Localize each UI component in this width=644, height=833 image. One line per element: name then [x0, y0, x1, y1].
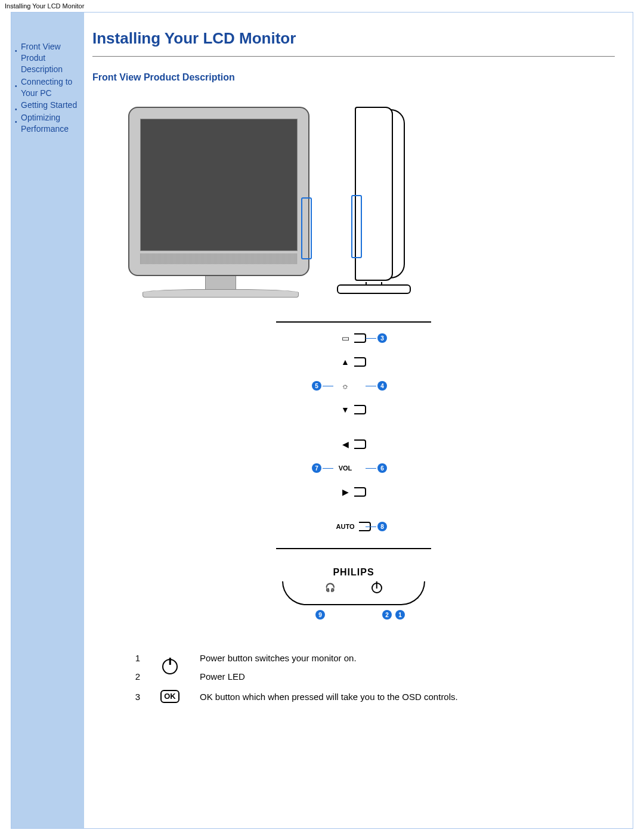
volume-button-row: 7 VOL 6	[276, 459, 431, 478]
callout-9: 9	[315, 610, 325, 620]
legend-row: 1 Power button switches your monitor on.	[120, 649, 466, 667]
button-strip-diagram: ▭ 3 ▲ 5 ☼ 4 ▼ ◀	[276, 321, 431, 549]
power-icon	[371, 583, 382, 595]
legend-row: 3 OK OK button which when pressed will t…	[120, 686, 466, 707]
power-icon	[162, 659, 178, 674]
up-arrow-icon: ▲	[341, 357, 349, 367]
osd-icon: ▭	[341, 333, 349, 343]
legend-desc: OK button which when pressed will take y…	[191, 686, 466, 707]
sidebar-item-front-view[interactable]: Front View Produt Description	[15, 41, 80, 75]
callout-6: 6	[377, 463, 387, 473]
left-arrow-icon: ◀	[341, 439, 349, 449]
callout-4: 4	[377, 381, 387, 391]
callout-8: 8	[377, 522, 387, 531]
front-buttons-highlight	[301, 197, 312, 259]
callout-7: 7	[312, 463, 321, 473]
monitor-front-view	[128, 107, 313, 304]
legend-table: 1 Power button switches your monitor on.…	[119, 648, 467, 708]
auto-button-row: AUTO 8	[276, 517, 431, 536]
callout-5: 5	[312, 381, 321, 391]
sidebar-item-getting-started[interactable]: Getting Started	[15, 100, 80, 111]
divider	[92, 56, 615, 57]
content-area: Installing Your LCD Monitor Front View P…	[84, 13, 633, 828]
ok-icon: OK	[160, 690, 179, 703]
vol-label: VOL	[339, 465, 352, 472]
page-frame: Front View Produt Description Connecting…	[11, 12, 633, 829]
sidebar-nav: Front View Produt Description Connecting…	[11, 13, 84, 828]
monitor-side-view	[337, 107, 408, 304]
auto-label: AUTO	[336, 523, 355, 530]
down-arrow-icon: ▼	[341, 405, 349, 414]
right-arrow-icon: ▶	[341, 487, 349, 497]
side-buttons-highlight	[351, 195, 362, 258]
footer-path: file:///D|/My%20Documents/dfu/X_model/en…	[0, 829, 644, 833]
legend-num: 3	[120, 686, 148, 707]
callout-3: 3	[377, 333, 387, 343]
brightness-button-row: 5 ☼ 4	[276, 376, 431, 395]
window-title: Installing Your LCD Monitor	[0, 0, 644, 12]
legend-desc: Power button switches your monitor on.	[191, 649, 466, 667]
sidebar-item-connecting[interactable]: Connecting to Your PC	[15, 76, 80, 99]
sidebar-item-optimizing[interactable]: Optimizing Performance	[15, 112, 80, 135]
headphone-icon: 🎧	[325, 583, 335, 595]
page-title: Installing Your LCD Monitor	[92, 29, 615, 48]
brightness-icon: ☼	[341, 381, 349, 391]
osd-button-row: ▭ 3	[276, 329, 431, 348]
section-title: Front View Product Description	[92, 72, 615, 83]
callout-2: 2	[382, 610, 392, 620]
monitor-diagram	[128, 107, 615, 304]
legend-desc: Power LED	[191, 668, 466, 685]
legend-num: 1	[120, 649, 148, 667]
brand-logo: PHILIPS	[276, 567, 431, 578]
callout-1: 1	[395, 610, 405, 620]
front-panel-diagram: PHILIPS 🎧 9 2 1	[276, 567, 431, 624]
legend-num: 2	[120, 668, 148, 685]
